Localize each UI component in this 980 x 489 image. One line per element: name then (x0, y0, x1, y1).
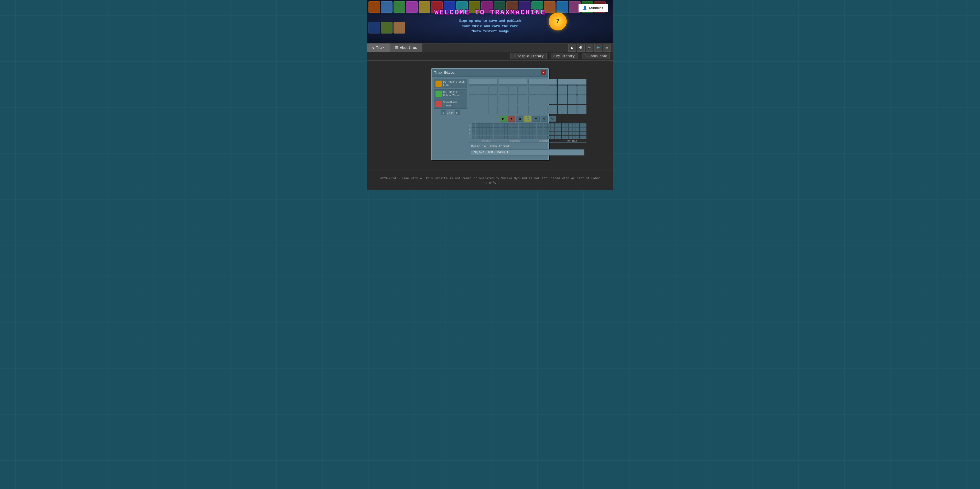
seq-cell[interactable] (515, 123, 519, 127)
seq-cell[interactable] (476, 132, 479, 135)
instrument-pad[interactable] (469, 95, 478, 104)
instrument-pad[interactable] (488, 105, 498, 114)
instrument-pad[interactable] (538, 95, 547, 104)
seq-cell[interactable] (536, 132, 540, 135)
seq-cell[interactable] (504, 135, 508, 139)
seq-cell[interactable] (501, 127, 504, 131)
instrument-pad[interactable] (568, 86, 577, 95)
seq-cell[interactable] (558, 135, 562, 139)
seq-cell[interactable] (515, 127, 519, 131)
seq-cell[interactable] (565, 123, 568, 127)
instrument-pad[interactable] (488, 86, 498, 95)
seq-cell[interactable] (501, 132, 504, 135)
instrument-pad[interactable] (577, 105, 587, 114)
seq-cell[interactable] (479, 127, 482, 131)
seq-cell[interactable] (479, 135, 482, 139)
seq-cell[interactable] (565, 135, 568, 139)
seq-cell[interactable] (490, 123, 493, 127)
seq-cell[interactable] (551, 135, 554, 139)
instrument-pad[interactable] (547, 95, 557, 104)
seq-cell[interactable] (483, 123, 486, 127)
seq-cell[interactable] (522, 127, 525, 131)
instrument-pad[interactable] (558, 105, 567, 114)
seq-cell[interactable] (544, 132, 547, 135)
seq-cell[interactable] (479, 132, 482, 135)
seq-cell[interactable] (487, 135, 490, 139)
music-format-input[interactable] (471, 149, 584, 156)
instrument-pad[interactable] (518, 105, 527, 114)
play-button[interactable]: ▶ (500, 116, 507, 122)
seq-cell[interactable] (579, 132, 583, 135)
seq-cell[interactable] (533, 135, 536, 139)
seq-cell[interactable] (508, 123, 511, 127)
redo-button[interactable]: ↻ (549, 116, 556, 122)
seq-cell[interactable] (519, 132, 522, 135)
seq-cell[interactable] (569, 127, 572, 131)
undo-button[interactable]: ↺ (541, 116, 548, 122)
seq-cell[interactable] (487, 132, 490, 135)
seq-cell[interactable] (487, 127, 490, 131)
instrument-pad[interactable] (577, 86, 587, 95)
seq-cell[interactable] (573, 132, 576, 135)
instrument-pad[interactable] (469, 86, 478, 95)
seq-cell[interactable] (515, 135, 519, 139)
seq-cell[interactable] (569, 135, 572, 139)
seq-cell[interactable] (562, 135, 565, 139)
twitter-button[interactable]: 🐦 (594, 44, 602, 52)
instrument-pad[interactable] (508, 105, 518, 114)
seq-cell[interactable] (526, 127, 529, 131)
seq-cell[interactable] (501, 135, 504, 139)
seq-cell[interactable] (472, 135, 476, 139)
seq-cell[interactable] (472, 127, 476, 131)
seq-cell[interactable] (530, 127, 533, 131)
seq-cell[interactable] (540, 123, 544, 127)
seq-cell[interactable] (504, 127, 508, 131)
seq-cell[interactable] (472, 132, 476, 135)
seq-cell[interactable] (483, 127, 486, 131)
seq-cell[interactable] (565, 132, 568, 135)
seq-cell[interactable] (547, 127, 550, 131)
seq-cell[interactable] (511, 123, 515, 127)
seq-cell[interactable] (476, 127, 479, 131)
instrument-pad[interactable] (568, 95, 577, 104)
youtube-button[interactable]: ▶ (568, 44, 576, 52)
seq-cell[interactable] (487, 123, 490, 127)
seq-cell[interactable] (519, 123, 522, 127)
instrument-pad[interactable] (479, 105, 488, 114)
next-page-button[interactable]: ► (455, 110, 460, 115)
seq-cell[interactable] (573, 127, 576, 131)
instrument-pad[interactable] (547, 105, 557, 114)
instrument-pad[interactable] (528, 105, 538, 114)
instagram-button[interactable]: 📷 (586, 44, 593, 52)
seq-cell[interactable] (536, 135, 540, 139)
seq-cell[interactable] (562, 132, 565, 135)
seq-cell[interactable] (576, 127, 579, 131)
seq-cell[interactable] (508, 127, 511, 131)
add-button[interactable]: + (533, 116, 539, 122)
seq-cell[interactable] (522, 135, 525, 139)
seq-cell[interactable] (576, 123, 579, 127)
seq-cell[interactable] (547, 132, 550, 135)
instrument-pad[interactable] (518, 86, 527, 95)
instrument-pad[interactable] (488, 95, 498, 104)
seq-cell[interactable] (554, 123, 558, 127)
instrument-pad[interactable] (499, 86, 508, 95)
seq-cell[interactable] (526, 135, 529, 139)
seq-cell[interactable] (479, 123, 482, 127)
seq-cell[interactable] (544, 127, 547, 131)
seq-cell[interactable] (493, 135, 497, 139)
seq-cell[interactable] (558, 127, 562, 131)
instrument-pad[interactable] (479, 95, 488, 104)
seq-cell[interactable] (497, 135, 501, 139)
seq-cell[interactable] (490, 127, 493, 131)
seq-cell[interactable] (536, 127, 540, 131)
instrument-pad[interactable] (528, 86, 538, 95)
seq-cell[interactable] (562, 127, 565, 131)
seq-cell[interactable] (493, 123, 497, 127)
seq-cell[interactable] (508, 135, 511, 139)
seq-cell[interactable] (558, 132, 562, 135)
instrument-name-2[interactable] (499, 79, 527, 85)
seq-cell[interactable] (533, 132, 536, 135)
instrument-pad[interactable] (558, 86, 567, 95)
seq-cell[interactable] (551, 127, 554, 131)
